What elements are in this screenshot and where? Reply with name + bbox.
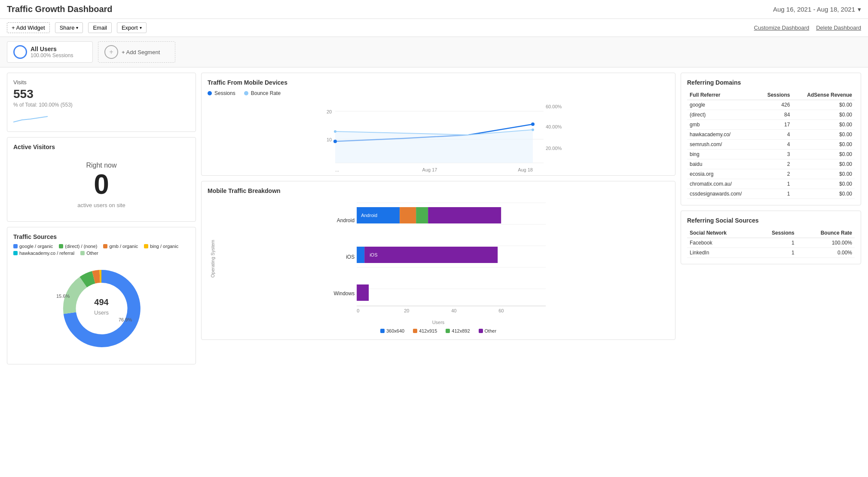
table-row: bing3$0.00 — [687, 150, 855, 159]
legend-google: google / organic — [13, 244, 53, 249]
legend-412x915: 412x915 — [413, 328, 437, 333]
segment-all-users[interactable]: All Users 100.00% Sessions — [7, 41, 93, 63]
toolbar-left: + Add Widget Share Email Export — [7, 22, 147, 33]
svg-text:20: 20 — [327, 109, 332, 114]
legend-other-bar: Other — [479, 328, 497, 333]
traffic-sources-legend: google / organic (direct) / (none) gmb /… — [13, 244, 189, 256]
svg-text:Windows: Windows — [333, 290, 355, 297]
table-row: LinkedIn10.00% — [687, 248, 855, 258]
mid-column: Traffic From Mobile Devices Sessions Bou… — [201, 73, 675, 364]
email-button[interactable]: Email — [88, 22, 112, 33]
page-title: Traffic Growth Dashboard — [7, 4, 113, 14]
mobile-breakdown-widget: Mobile Traffic Breakdown Operating Syste… — [201, 181, 675, 340]
svg-text:iOS: iOS — [346, 254, 355, 260]
svg-text:15.6%: 15.6% — [56, 294, 70, 299]
svg-point-17 — [532, 128, 534, 131]
visits-label: Visits — [13, 79, 189, 86]
main-content: Visits 553 % of Total: 100.00% (553) Act… — [0, 67, 868, 370]
legend-direct: (direct) / (none) — [59, 244, 97, 249]
line-chart: 20 10 60.00% 40.00% 20.00% — [208, 101, 669, 169]
date-range[interactable]: Aug 16, 2021 - Aug 18, 2021 ▾ — [773, 6, 861, 13]
customize-button[interactable]: Customize Dashboard — [754, 24, 810, 31]
svg-point-14 — [333, 140, 337, 143]
donut-chart: 494 Users 76.9% 15.6% — [13, 259, 189, 358]
table-row: semrush.com/4$0.00 — [687, 140, 855, 150]
svg-text:Android: Android — [336, 217, 354, 223]
col-referrer: Full Referrer — [687, 90, 758, 100]
svg-text:0: 0 — [357, 308, 359, 313]
segment-bar: All Users 100.00% Sessions + + Add Segme… — [0, 37, 868, 67]
svg-text:20: 20 — [404, 308, 409, 313]
svg-text:20.00%: 20.00% — [546, 146, 562, 151]
svg-text:76.9%: 76.9% — [119, 317, 132, 322]
add-segment-button[interactable]: + + Add Segment — [98, 41, 175, 63]
table-row: hawkacademy.co/4$0.00 — [687, 130, 855, 140]
svg-rect-29 — [416, 207, 428, 223]
col-social-sessions: Sessions — [753, 228, 797, 238]
table-row: ecosia.org2$0.00 — [687, 169, 855, 179]
svg-rect-28 — [400, 207, 416, 223]
svg-text:10: 10 — [327, 137, 332, 142]
legend-sessions: Sessions — [208, 90, 235, 96]
svg-text:iOS: iOS — [370, 252, 377, 257]
svg-text:60: 60 — [498, 308, 504, 313]
legend-gmb: gmb / organic — [103, 244, 138, 249]
svg-text:Android: Android — [361, 213, 377, 218]
referring-social-widget: Referring Social Sources Social Network … — [681, 211, 861, 264]
traffic-sources-title: Traffic Sources — [13, 233, 189, 240]
active-visitors-title: Active Visitors — [13, 144, 189, 150]
legend-412x892: 412x892 — [446, 328, 470, 333]
svg-rect-30 — [428, 207, 501, 223]
svg-point-0 — [76, 284, 126, 333]
svg-point-15 — [531, 122, 535, 126]
svg-rect-34 — [364, 247, 498, 263]
delete-button[interactable]: Delete Dashboard — [816, 24, 861, 31]
mobile-traffic-legend: Sessions Bounce Rate — [208, 90, 669, 96]
mobile-breakdown-title: Mobile Traffic Breakdown — [208, 187, 669, 194]
segment-name: All Users — [31, 46, 73, 52]
referring-domains-table: Full Referrer Sessions AdSense Revenue g… — [687, 90, 855, 199]
svg-text:40.00%: 40.00% — [546, 124, 562, 129]
referring-social-title: Referring Social Sources — [687, 217, 855, 224]
segment-circle — [13, 45, 27, 59]
table-row: chromatix.com.au/1$0.00 — [687, 179, 855, 189]
y-axis-label: Operating System — [208, 199, 216, 319]
right-now-count: 0 — [13, 169, 189, 199]
right-now-sub: active users on site — [13, 202, 189, 208]
traffic-sources-widget: Traffic Sources google / organic (direct… — [7, 227, 196, 364]
svg-rect-37 — [357, 284, 369, 301]
top-header: Traffic Growth Dashboard Aug 16, 2021 - … — [0, 0, 868, 19]
legend-360x640: 360x640 — [380, 328, 404, 333]
right-column: Referring Domains Full Referrer Sessions… — [681, 73, 861, 364]
svg-text:60.00%: 60.00% — [546, 104, 562, 109]
col-adsense: AdSense Revenue — [792, 90, 855, 100]
svg-text:Aug 17: Aug 17 — [422, 167, 437, 172]
table-row: gmb17$0.00 — [687, 120, 855, 130]
svg-text:...: ... — [335, 167, 339, 172]
referring-domains-widget: Referring Domains Full Referrer Sessions… — [681, 73, 861, 205]
svg-rect-33 — [357, 247, 364, 263]
left-column: Visits 553 % of Total: 100.00% (553) Act… — [7, 73, 196, 364]
svg-text:Aug 18: Aug 18 — [518, 167, 533, 172]
bar-chart-legend: 360x640 412x915 412x892 Other — [208, 328, 669, 333]
legend-bounce-rate: Bounce Rate — [244, 90, 281, 96]
bar-chart-container: Operating System Android — [208, 199, 669, 319]
add-segment-icon: + — [104, 45, 118, 59]
share-button[interactable]: Share — [55, 22, 83, 33]
right-now-label: Right now — [13, 162, 189, 169]
visits-widget: Visits 553 % of Total: 100.00% (553) — [7, 73, 196, 132]
svg-text:494: 494 — [94, 297, 109, 307]
legend-other: Other — [80, 251, 98, 256]
x-axis-label: Users — [208, 320, 669, 325]
add-widget-button[interactable]: + Add Widget — [7, 22, 50, 33]
table-row: google426$0.00 — [687, 100, 855, 110]
referring-social-table: Social Network Sessions Bounce Rate Face… — [687, 228, 855, 258]
export-button[interactable]: Export — [117, 22, 147, 33]
svg-text:40: 40 — [451, 308, 456, 313]
legend-hawkacademy: hawkacademy.co / referral — [13, 251, 74, 256]
toolbar-right: Customize Dashboard Delete Dashboard — [754, 24, 861, 31]
visits-sparkline — [13, 111, 189, 125]
legend-bing: bing / organic — [144, 244, 178, 249]
svg-text:Users: Users — [94, 309, 109, 316]
table-row: baidu2$0.00 — [687, 159, 855, 169]
